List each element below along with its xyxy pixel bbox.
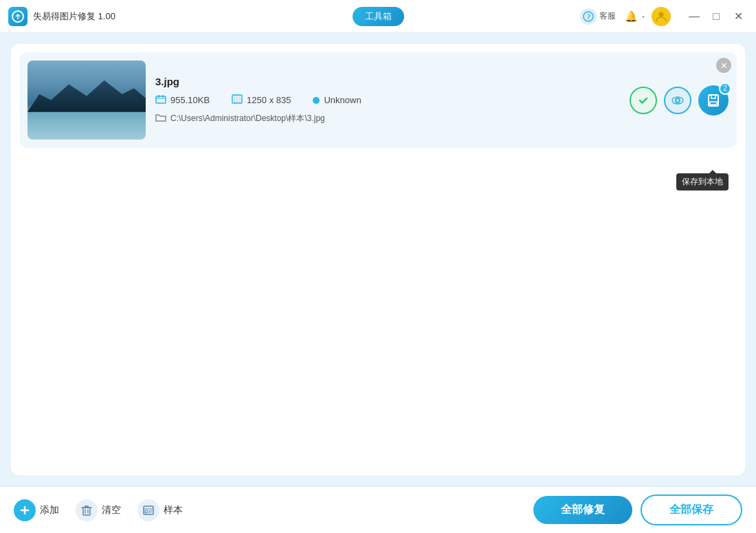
repair-all-button[interactable]: 全部修复 — [533, 496, 632, 524]
save-all-button[interactable]: 全部保存 — [641, 494, 742, 525]
clear-label: 清空 — [102, 504, 121, 516]
sample-button[interactable]: 样本 — [137, 499, 183, 521]
title-bar-right: 客服 🔔 - — □ ✕ — [404, 7, 748, 26]
file-status-value: Unknown — [324, 95, 361, 105]
dimensions-icon — [232, 94, 243, 106]
status-dot — [313, 97, 320, 104]
svg-rect-11 — [144, 506, 153, 514]
title-bar: 失易得图片修复 1.00 工具箱 客服 🔔 - — — [0, 0, 756, 33]
file-info: 3.jpg 955.10KB — [155, 76, 613, 124]
thumbnail-image — [27, 61, 146, 140]
svg-point-6 — [676, 98, 680, 102]
file-name: 3.jpg — [155, 76, 613, 87]
file-size-icon — [155, 94, 166, 106]
title-bar-center: 工具箱 — [353, 7, 404, 26]
clear-icon — [76, 499, 98, 521]
maximize-button[interactable]: □ — [707, 7, 726, 26]
card-close-button[interactable]: ✕ — [716, 58, 731, 73]
bell-icon: 🔔 — [623, 8, 639, 25]
check-button[interactable] — [630, 87, 657, 114]
add-icon — [14, 499, 36, 521]
sample-icon — [137, 499, 159, 521]
add-button[interactable]: 添加 — [14, 499, 59, 521]
svg-rect-10 — [83, 508, 90, 515]
file-meta-row: 955.10KB 1250 x 835 — [155, 94, 613, 106]
folder-icon — [155, 113, 166, 124]
svg-rect-4 — [156, 96, 166, 103]
sample-label: 样本 — [164, 504, 183, 516]
svg-point-12 — [145, 510, 148, 513]
preview-button[interactable] — [664, 87, 691, 114]
window-controls: — □ ✕ — [685, 7, 748, 26]
file-path-row: C:\Users\Administrator\Desktop\样本\3.jpg — [155, 113, 613, 124]
toolbox-button[interactable]: 工具箱 — [353, 7, 404, 26]
app-title: 失易得图片修复 1.00 — [33, 10, 115, 23]
support-icon — [580, 8, 597, 25]
title-bar-left: 失易得图片修复 1.00 — [8, 7, 353, 26]
file-list-area: 3.jpg 955.10KB — [11, 44, 745, 475]
file-path-value: C:\Users\Administrator\Desktop\样本\3.jpg — [170, 113, 325, 124]
file-size-item: 955.10KB — [155, 94, 210, 106]
file-status-item: Unknown — [313, 95, 361, 105]
file-dimensions-item: 1250 x 835 — [232, 94, 291, 106]
add-label: 添加 — [40, 504, 59, 516]
save-tooltip: 保存到本地 — [676, 173, 729, 191]
app-logo — [8, 7, 27, 26]
bell-button[interactable]: 🔔 - — [623, 8, 645, 25]
clear-button[interactable]: 清空 — [76, 499, 121, 521]
support-button[interactable]: 客服 — [580, 8, 616, 25]
save-badge: 2 — [719, 83, 731, 95]
svg-rect-9 — [710, 102, 717, 105]
svg-point-1 — [583, 12, 593, 21]
file-dimensions-value: 1250 x 835 — [247, 95, 291, 105]
user-avatar[interactable] — [652, 7, 671, 26]
support-label: 客服 — [599, 10, 616, 22]
close-button[interactable]: ✕ — [729, 7, 748, 26]
save-button[interactable]: 2 — [698, 85, 729, 116]
svg-point-3 — [659, 12, 664, 17]
file-size-value: 955.10KB — [170, 95, 210, 105]
file-actions: 2 — [630, 85, 729, 116]
bell-separator: - — [642, 12, 645, 21]
minimize-button[interactable]: — — [685, 7, 704, 26]
file-item-card: 3.jpg 955.10KB — [19, 52, 737, 148]
bottom-right: 全部修复 全部保存 — [533, 494, 742, 525]
main-content: 3.jpg 955.10KB — [0, 33, 756, 486]
bottom-bar: 添加 清空 样本 — [0, 486, 756, 533]
bottom-left: 添加 清空 样本 — [14, 499, 183, 521]
file-thumbnail — [27, 61, 146, 140]
svg-point-2 — [588, 19, 589, 20]
